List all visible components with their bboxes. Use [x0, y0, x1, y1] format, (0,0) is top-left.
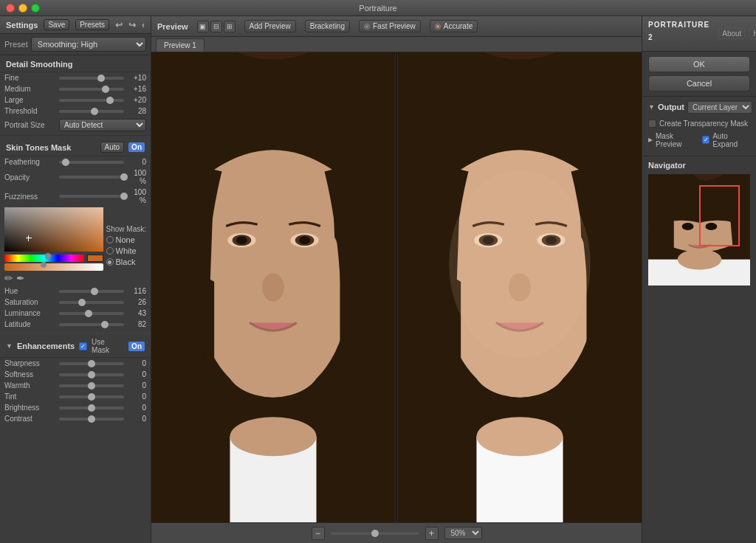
- zoom-slider[interactable]: [331, 532, 419, 535]
- latitude-slider-track[interactable]: [59, 323, 124, 326]
- hue-slider-track[interactable]: [59, 290, 124, 293]
- enhancements-on-badge[interactable]: On: [128, 342, 145, 351]
- zoom-out-button[interactable]: −: [312, 527, 325, 540]
- window-controls[interactable]: [6, 4, 40, 13]
- feathering-slider-thumb[interactable]: [62, 159, 69, 166]
- saturation-slider-track[interactable]: [59, 301, 124, 304]
- save-button[interactable]: Save: [44, 19, 69, 30]
- zoom-in-button[interactable]: +: [425, 527, 439, 540]
- softness-slider-thumb[interactable]: [88, 371, 95, 378]
- saturation-slider-thumb[interactable]: [78, 299, 86, 306]
- mask-preview-triangle: ▶: [648, 136, 653, 143]
- color-gradient[interactable]: [4, 207, 103, 252]
- large-slider-thumb[interactable]: [106, 97, 114, 104]
- fine-slider-track[interactable]: [59, 77, 124, 80]
- fuzziness-slider-track[interactable]: [59, 195, 124, 198]
- cancel-button[interactable]: Cancel: [648, 75, 750, 91]
- tint-slider-thumb[interactable]: [88, 393, 95, 401]
- navigator-thumbnail[interactable]: [648, 174, 750, 286]
- latitude-value: 82: [127, 320, 146, 328]
- luminance-slider-thumb[interactable]: [85, 310, 92, 317]
- ok-button[interactable]: OK: [648, 56, 750, 72]
- fast-preview-button[interactable]: Fast Preview: [359, 20, 421, 32]
- portrait-size-select[interactable]: Auto Detect: [59, 119, 146, 131]
- accurate-button[interactable]: Accurate: [430, 20, 478, 32]
- auto-expand-checkbox[interactable]: ✓: [702, 136, 709, 144]
- eyedropper-icon[interactable]: ✏: [4, 272, 13, 284]
- close-button[interactable]: [6, 4, 15, 13]
- svg-point-12: [226, 334, 320, 397]
- saturation-value: 26: [127, 298, 146, 306]
- preview-header: Preview ▣ ⊟ ⊞ Add Preview Bracketing Fas…: [151, 16, 642, 37]
- fuzziness-slider-thumb[interactable]: [120, 193, 128, 200]
- skin-on-badge[interactable]: On: [128, 142, 145, 152]
- radio-none[interactable]: None: [106, 235, 146, 244]
- minimize-button[interactable]: [18, 4, 27, 13]
- opacity-value: 100 %: [127, 169, 146, 185]
- svg-point-34: [682, 223, 694, 230]
- mask-preview-row[interactable]: ▶ Mask Preview ✓ Auto Expand: [648, 129, 750, 151]
- preset-select[interactable]: Smoothing: High: [31, 37, 146, 52]
- radio-none-dot[interactable]: [106, 236, 114, 243]
- maximize-button[interactable]: [31, 4, 40, 13]
- threshold-slider-thumb[interactable]: [91, 108, 98, 115]
- sharpness-slider-thumb[interactable]: [88, 360, 95, 367]
- zoom-select[interactable]: 50%: [444, 527, 482, 539]
- enhancements-triangle[interactable]: ▼: [6, 342, 13, 350]
- zoom-slider-thumb[interactable]: [371, 530, 379, 537]
- radio-black[interactable]: Black: [106, 257, 146, 266]
- bracketing-button[interactable]: Bracketing: [305, 20, 350, 32]
- undo-icon[interactable]: ↩: [115, 20, 123, 30]
- left-arrow-icon[interactable]: ‹: [142, 20, 145, 30]
- warmth-slider-thumb[interactable]: [88, 382, 95, 390]
- hue-slider-thumb[interactable]: [91, 288, 98, 295]
- color-cursor: [26, 235, 32, 241]
- fine-slider-thumb[interactable]: [97, 75, 105, 82]
- contrast-slider-track[interactable]: [59, 418, 124, 421]
- hue-bar[interactable]: [4, 255, 84, 262]
- contrast-slider-thumb[interactable]: [88, 415, 95, 423]
- large-slider-track[interactable]: [59, 99, 124, 102]
- opacity-slider-track[interactable]: [59, 176, 124, 179]
- sharpness-value: 0: [127, 359, 146, 367]
- threshold-slider-track[interactable]: [59, 110, 124, 113]
- radio-white-dot[interactable]: [106, 247, 114, 255]
- softness-slider-track[interactable]: [59, 373, 124, 376]
- dual-view-btn[interactable]: ⊞: [224, 21, 236, 32]
- hue-bar-thumb[interactable]: [45, 253, 51, 259]
- medium-slider-track[interactable]: [59, 88, 124, 91]
- tint-slider-track[interactable]: [59, 395, 124, 398]
- use-mask-checkbox[interactable]: ✓: [79, 342, 87, 350]
- opacity-slider-thumb[interactable]: [120, 173, 128, 181]
- transparency-checkbox[interactable]: [648, 120, 656, 128]
- skin-auto-button[interactable]: Auto: [100, 142, 125, 153]
- feathering-slider-track[interactable]: [59, 161, 124, 164]
- right-panel: PORTRAITURE 2 About Help OK Cancel ▼ Out…: [642, 16, 756, 543]
- preview-tab[interactable]: Preview 1: [156, 38, 205, 52]
- about-button[interactable]: About: [718, 28, 745, 39]
- hue-slider-row: Hue 116: [0, 286, 151, 297]
- warmth-slider-track[interactable]: [59, 384, 124, 387]
- radio-black-dot[interactable]: [106, 258, 114, 266]
- luminance-slider-track[interactable]: [59, 312, 124, 315]
- radio-white[interactable]: White: [106, 246, 146, 255]
- split-view-btn[interactable]: ⊟: [210, 21, 222, 32]
- color-bar-2[interactable]: [4, 263, 103, 271]
- brightness-slider-thumb[interactable]: [88, 404, 95, 412]
- latitude-label: Latitude: [4, 320, 56, 328]
- redo-icon[interactable]: ↪: [128, 20, 136, 30]
- help-button[interactable]: Help: [749, 28, 756, 39]
- color-picker-left: ✏ ✒: [4, 207, 103, 284]
- pencil-icon[interactable]: ✒: [16, 272, 25, 284]
- brightness-slider-track[interactable]: [59, 407, 124, 409]
- medium-slider-thumb[interactable]: [102, 86, 109, 93]
- latitude-slider-thumb[interactable]: [101, 321, 109, 328]
- add-preview-button[interactable]: Add Preview: [244, 20, 296, 32]
- presets-button[interactable]: Presets: [75, 19, 109, 30]
- output-layer-select[interactable]: Current Layer: [687, 101, 752, 114]
- sharpness-slider-track[interactable]: [59, 362, 124, 365]
- color-bar-2-thumb[interactable]: [41, 262, 47, 268]
- single-view-btn[interactable]: ▣: [197, 21, 209, 32]
- warmth-slider-row: Warmth 0: [0, 380, 151, 391]
- luminance-value: 43: [127, 309, 146, 317]
